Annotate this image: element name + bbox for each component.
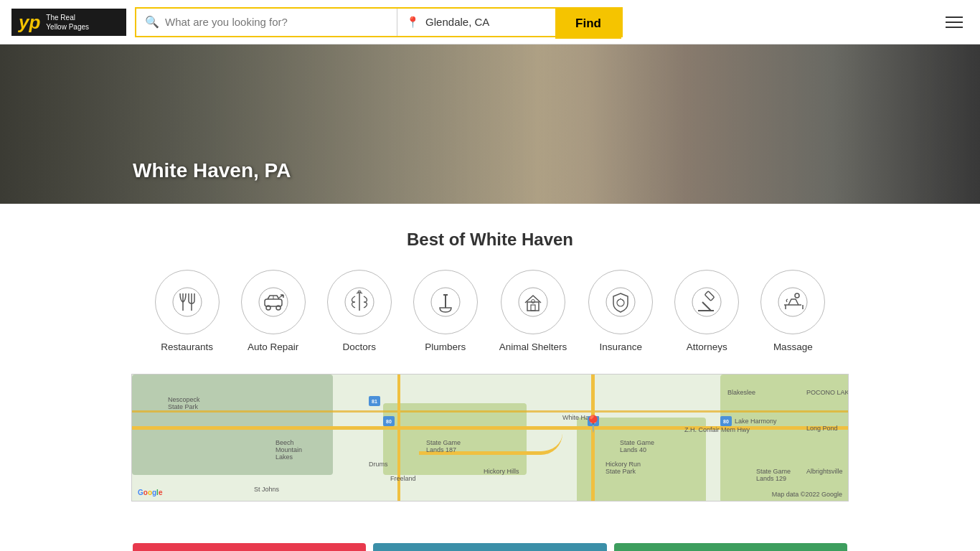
svg-point-25 xyxy=(795,293,799,298)
hamburger-menu[interactable] xyxy=(940,11,969,34)
category-label-insurance: Insurance xyxy=(600,342,642,352)
category-massage[interactable]: Massage xyxy=(760,270,825,352)
svg-point-0 xyxy=(173,288,202,316)
svg-rect-16 xyxy=(531,305,535,311)
best-of-title: Best of White Haven xyxy=(14,230,966,250)
svg-rect-4 xyxy=(265,299,282,306)
category-icon-circle-insurance xyxy=(588,270,653,334)
insurance-icon xyxy=(605,286,636,318)
card-trending-searches[interactable]: 📈 Trending Searches in White Haven xyxy=(373,543,606,551)
category-icon-circle-plumbers xyxy=(413,270,478,334)
search-what-container: 🔍 xyxy=(136,9,397,36)
massage-icon xyxy=(777,286,809,318)
find-button[interactable]: Find xyxy=(555,9,621,39)
hero-city-title: White Haven, PA xyxy=(133,159,291,182)
header: yp The Real Yellow Pages 🔍 📍 Find xyxy=(0,0,980,44)
map-label-state-game-129: State GameLands 129 xyxy=(756,468,791,482)
map-route-80-3: 80 xyxy=(720,416,732,426)
svg-point-3 xyxy=(259,288,288,316)
map-park-1 xyxy=(132,375,333,475)
logo[interactable]: yp The Real Yellow Pages xyxy=(11,9,126,36)
hero-content: White Haven, PA xyxy=(133,159,291,182)
hamburger-line3 xyxy=(946,27,963,28)
category-icon-circle-auto-repair xyxy=(241,270,306,334)
category-label-plumbers: Plumbers xyxy=(425,342,466,352)
doctors-icon xyxy=(344,286,375,318)
map-label-pocono: POCONO LAKE xyxy=(806,389,849,396)
map-container[interactable]: NescopeckState Park BeechMountainLakes D… xyxy=(131,374,849,501)
card-popular-businesses[interactable]: ☆ Popular Businesses in White Haven xyxy=(133,543,366,551)
map-pin: 📍 xyxy=(583,415,603,433)
map-route-80-1: 80 xyxy=(383,416,395,426)
category-attorneys[interactable]: Attorneys xyxy=(674,270,739,352)
plumbers-icon xyxy=(430,286,461,318)
svg-rect-21 xyxy=(705,291,715,301)
map-label-lake-harmony: Lake Harmony xyxy=(735,418,777,425)
category-label-massage: Massage xyxy=(773,342,813,352)
attorneys-icon xyxy=(691,286,722,318)
bottom-cards-container: ☆ Popular Businesses in White Haven 📈 Tr… xyxy=(0,543,980,551)
map-label-beech: BeechMountainLakes xyxy=(275,439,302,461)
category-restaurants[interactable]: Restaurants xyxy=(155,270,220,352)
map-road-secondary-h xyxy=(132,410,849,413)
category-icon-circle-animal-shelters xyxy=(501,270,565,334)
category-label-attorneys: Attorneys xyxy=(687,342,727,352)
category-plumbers[interactable]: Plumbers xyxy=(413,270,478,352)
category-label-animal-shelters: Animal Shelters xyxy=(499,342,567,352)
map-label-state-game: State GameLands 187 xyxy=(426,439,461,453)
location-input[interactable] xyxy=(425,16,547,28)
svg-point-19 xyxy=(617,299,624,306)
map-data-credit: Map data ©2022 Google xyxy=(772,491,842,498)
yp-logo-text: yp xyxy=(19,13,40,32)
category-icon-circle-restaurants xyxy=(155,270,220,334)
map-label-albrightsville: Albrightsville xyxy=(806,468,843,475)
map-road-v2 xyxy=(591,375,595,501)
best-of-section: Best of White Haven Restaurants xyxy=(0,204,980,374)
map-route-81: 81 xyxy=(369,396,380,406)
hamburger-line2 xyxy=(946,22,963,23)
search-input[interactable] xyxy=(165,16,388,28)
search-icon: 🔍 xyxy=(145,15,159,29)
category-icon-circle-doctors xyxy=(327,270,392,334)
map-road-v1 xyxy=(397,375,400,501)
map-label-hickory-hills: Hickory Hills xyxy=(484,468,519,475)
map-background: NescopeckState Park BeechMountainLakes D… xyxy=(132,375,848,501)
map-label-hickory-run: Hickory RunState Park xyxy=(606,461,641,475)
map-label-long-pond: Long Pond xyxy=(806,425,838,432)
map-label-drums: Drums xyxy=(369,461,388,468)
search-bar: 🔍 📍 Find xyxy=(135,7,623,37)
category-label-auto-repair: Auto Repair xyxy=(248,342,298,352)
category-label-restaurants: Restaurants xyxy=(161,342,213,352)
category-doctors[interactable]: Doctors xyxy=(327,270,392,352)
map-label-nescopeck: NescopeckState Park xyxy=(168,396,200,410)
category-auto-repair[interactable]: Auto Repair xyxy=(241,270,306,352)
map-label-johns: St Johns xyxy=(254,486,279,493)
map-wrapper: NescopeckState Park BeechMountainLakes D… xyxy=(0,374,980,523)
auto-repair-icon xyxy=(258,286,289,318)
animal-shelters-icon xyxy=(517,286,549,318)
card-nearby-cities[interactable]: 📍 Nearby Cities in White Haven xyxy=(614,543,847,551)
category-icon-circle-attorneys xyxy=(674,270,739,334)
hero-section: White Haven, PA xyxy=(0,44,980,204)
location-icon: 📍 xyxy=(406,16,420,29)
restaurant-icon xyxy=(171,286,203,318)
category-insurance[interactable]: Insurance xyxy=(588,270,653,352)
google-logo: Google xyxy=(138,489,162,496)
map-label-blakeslee: Blakeslee xyxy=(727,389,755,396)
categories-container: Restaurants Auto Repair xyxy=(14,270,966,352)
svg-line-22 xyxy=(702,302,711,311)
search-where-container: 📍 xyxy=(397,9,555,36)
logo-tagline: The Real Yellow Pages xyxy=(46,13,89,32)
category-label-doctors: Doctors xyxy=(342,342,376,352)
map-label-state-game-40: State GameLands 40 xyxy=(620,439,654,453)
category-icon-circle-massage xyxy=(760,270,825,334)
svg-point-24 xyxy=(778,288,807,316)
map-label-confair: Z.H. Confair Mem Hwy xyxy=(684,426,750,433)
map-label-freeland: Freeland xyxy=(390,475,416,482)
category-animal-shelters[interactable]: Animal Shelters xyxy=(499,270,567,352)
hamburger-line1 xyxy=(946,17,963,18)
